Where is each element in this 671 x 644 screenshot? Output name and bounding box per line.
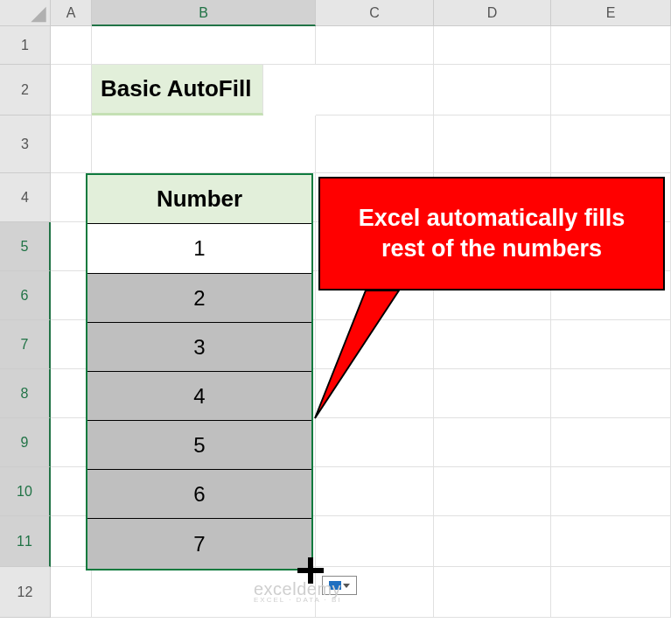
table-row[interactable]: 7 bbox=[87, 518, 311, 569]
cell-A12[interactable] bbox=[51, 567, 92, 618]
table-row[interactable]: 2 bbox=[87, 273, 311, 322]
selection-range[interactable]: Number 1 2 3 4 5 6 7 bbox=[86, 173, 313, 570]
cell-D3[interactable] bbox=[434, 116, 551, 173]
cell-C3[interactable] bbox=[316, 116, 434, 173]
callout-tail-icon bbox=[313, 289, 436, 420]
column-header-E[interactable]: E bbox=[551, 0, 671, 26]
cell-C11[interactable] bbox=[316, 516, 434, 567]
column-header-C[interactable]: C bbox=[316, 0, 434, 26]
cell-D11[interactable] bbox=[434, 516, 551, 567]
table-row[interactable]: 4 bbox=[87, 371, 311, 420]
row-header-2[interactable]: 2 bbox=[0, 65, 51, 116]
table-header-cell[interactable]: Number bbox=[87, 175, 311, 224]
row-header-11[interactable]: 11 bbox=[0, 516, 51, 567]
cell-C10[interactable] bbox=[316, 467, 434, 516]
row-header-6[interactable]: 6 bbox=[0, 271, 51, 320]
row-header-7[interactable]: 7 bbox=[0, 320, 51, 369]
cell-D2[interactable] bbox=[434, 65, 551, 116]
row-header-9[interactable]: 9 bbox=[0, 418, 51, 467]
table-row[interactable]: 3 bbox=[87, 322, 311, 371]
table-row[interactable]: 6 bbox=[87, 469, 311, 518]
cell-E11[interactable] bbox=[551, 516, 671, 567]
cell-E2[interactable] bbox=[551, 65, 671, 116]
cell-A2[interactable] bbox=[51, 65, 92, 116]
cell-E10[interactable] bbox=[551, 467, 671, 516]
cell-E9[interactable] bbox=[551, 418, 671, 467]
column-header-B[interactable]: B bbox=[92, 0, 316, 26]
callout-annotation: Excel automatically fills rest of the nu… bbox=[318, 177, 665, 422]
chevron-down-icon bbox=[343, 584, 350, 588]
cell-C2[interactable] bbox=[316, 65, 434, 116]
cell-E1[interactable] bbox=[551, 26, 671, 65]
row-header-8[interactable]: 8 bbox=[0, 369, 51, 418]
cell-D12[interactable] bbox=[434, 567, 551, 618]
title-cell[interactable]: Basic AutoFill bbox=[92, 65, 263, 116]
row-header-4[interactable]: 4 bbox=[0, 173, 51, 222]
column-headers: ABCDE bbox=[51, 0, 671, 26]
watermark: exceldemy EXCEL · DATA · BI bbox=[254, 579, 342, 604]
callout-text: Excel automatically fills rest of the nu… bbox=[318, 177, 665, 290]
callout-line2: rest of the numbers bbox=[381, 235, 602, 262]
cell-A3[interactable] bbox=[51, 116, 92, 173]
cell-D9[interactable] bbox=[434, 418, 551, 467]
column-header-D[interactable]: D bbox=[434, 0, 551, 26]
excel-grid: ABCDE 123456789101112 Basic AutoFill Num… bbox=[0, 0, 671, 644]
table-row[interactable]: 1 bbox=[87, 224, 311, 273]
row-header-12[interactable]: 12 bbox=[0, 567, 51, 618]
row-header-3[interactable]: 3 bbox=[0, 116, 51, 173]
callout-line1: Excel automatically fills bbox=[359, 205, 626, 231]
svg-marker-2 bbox=[315, 290, 399, 418]
cell-C1[interactable] bbox=[316, 26, 434, 65]
cell-A1[interactable] bbox=[51, 26, 92, 65]
select-all-corner[interactable] bbox=[0, 0, 51, 26]
column-header-A[interactable]: A bbox=[51, 0, 92, 26]
row-header-1[interactable]: 1 bbox=[0, 26, 51, 65]
cell-E12[interactable] bbox=[551, 567, 671, 618]
row-headers: 123456789101112 bbox=[0, 26, 51, 618]
row-header-10[interactable]: 10 bbox=[0, 467, 51, 516]
cell-C9[interactable] bbox=[316, 418, 434, 467]
cell-D10[interactable] bbox=[434, 467, 551, 516]
cell-B1[interactable] bbox=[92, 26, 316, 65]
cell-E3[interactable] bbox=[551, 116, 671, 173]
cell-D1[interactable] bbox=[434, 26, 551, 65]
row-header-5[interactable]: 5 bbox=[0, 222, 51, 271]
table-row[interactable]: 5 bbox=[87, 420, 311, 469]
cell-B3[interactable] bbox=[92, 116, 316, 173]
watermark-subtext: EXCEL · DATA · BI bbox=[254, 596, 342, 604]
